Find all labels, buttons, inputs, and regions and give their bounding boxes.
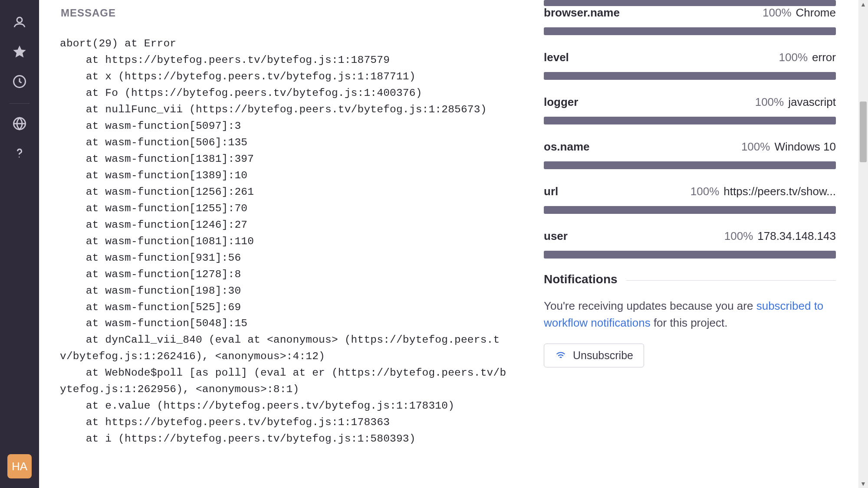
tag-percent: 100% [779,51,808,64]
main: MESSAGE abort(29) at Error at https://by… [39,0,868,488]
tag-percent: 100% [741,140,770,153]
tag-row[interactable]: logger100%javascript [544,95,836,109]
tag-key: os.name [544,140,590,154]
scrollbar[interactable]: ▲ ▼ [858,0,868,488]
tag-row[interactable]: level100%error [544,51,836,64]
tag-bar [544,251,836,259]
tag-percent: 100% [690,185,720,198]
avatar[interactable]: HA [7,454,32,478]
tag-value: Windows 10 [774,140,836,153]
right-column: browser.name100%Chromelevel100%errorlogg… [533,0,868,488]
message-panel: MESSAGE abort(29) at Error at https://by… [39,0,533,488]
tag-key: browser.name [544,6,620,20]
unsubscribe-button[interactable]: Unsubscribe [544,344,644,367]
svg-point-3 [19,157,20,157]
wifi-icon [555,350,567,362]
tag-bar [544,117,836,124]
tag-value: error [812,51,836,64]
notif-text-suffix: for this project. [651,316,728,329]
history-icon[interactable] [10,72,29,91]
tag-percent: 100% [755,95,784,108]
unsubscribe-label: Unsubscribe [573,349,633,362]
tag-bar [544,206,836,214]
tag-key: user [544,229,568,243]
tag-row[interactable]: browser.name100%Chrome [544,6,836,20]
tag-bar [544,27,836,35]
notif-text-prefix: You're receiving updates because you are [544,299,756,312]
tag-percent: 100% [724,229,753,242]
scroll-up-arrow[interactable]: ▲ [858,0,868,9]
profile-icon[interactable] [10,13,29,32]
tag-row[interactable]: os.name100%Windows 10 [544,140,836,154]
star-icon[interactable] [10,43,29,62]
globe-icon[interactable] [10,114,29,133]
tag-key: logger [544,95,578,109]
tag-bar [544,0,836,6]
scroll-down-arrow[interactable]: ▼ [858,479,868,488]
tag-value: Chrome [796,6,836,19]
tag-bar [544,72,836,80]
stack-trace: abort(29) at Error at https://bytefog.pe… [60,36,512,447]
sidebar-divider [10,103,30,104]
scroll-thumb[interactable] [860,102,867,162]
tag-value: 178.34.148.143 [757,229,836,242]
tag-key: url [544,185,558,198]
avatar-initials: HA [12,460,27,473]
svg-point-0 [17,17,22,23]
tag-value: javascript [788,95,836,108]
help-icon[interactable] [10,144,29,163]
notifications-text: You're receiving updates because you are… [544,298,836,331]
tag-key: level [544,51,569,64]
tag-value: https://peers.tv/show... [723,185,836,198]
tag-row[interactable]: user100%178.34.148.143 [544,229,836,243]
tag-percent: 100% [763,6,792,19]
notifications-heading: Notifications [544,272,836,286]
tag-bar [544,161,836,169]
tag-row[interactable]: url100%https://peers.tv/show... [544,185,836,198]
sidebar: HA [0,0,39,488]
message-section-title: MESSAGE [61,7,512,19]
